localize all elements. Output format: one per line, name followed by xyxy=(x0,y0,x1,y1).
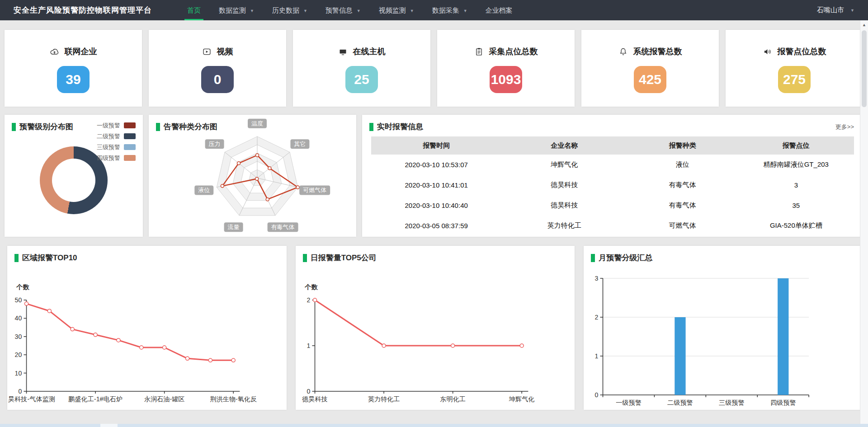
more-link[interactable]: 更多>> xyxy=(835,123,854,131)
svg-text:个数: 个数 xyxy=(304,283,318,291)
charts-row-top: 预警级别分布图 一级预警二级预警三级预警四级预警 告警种类分布图 温度其它可燃气… xyxy=(5,115,863,237)
table-cell: 有毒气体 xyxy=(627,201,738,210)
nav-item-7[interactable]: 企业档案 xyxy=(476,0,522,20)
navbar: 安全生产风险预警防控物联网管理平台 首页数据监测▼历史数据▼预警信息▼视频监测▼… xyxy=(0,0,868,20)
panel-title: 实时报警信息 xyxy=(369,122,423,132)
table-cell: 2020-03-10 10:40:40 xyxy=(371,202,501,209)
panel-title: 月预警分级汇总 xyxy=(591,253,652,263)
svg-text:一级预警: 一级预警 xyxy=(616,399,642,406)
alarm-table-body: 2020-03-10 10:53:07坤辉气化液位精醇南罐液位GT_203202… xyxy=(362,155,863,236)
table-cell: 德昊科技 xyxy=(501,201,627,210)
svg-text:二级预警: 二级预警 xyxy=(667,399,693,406)
stat-value-badge: 275 xyxy=(778,66,811,93)
panel-title-text: 区域报警TOP10 xyxy=(22,253,77,263)
nav-item-2[interactable]: 数据监测▼ xyxy=(210,0,263,20)
svg-text:0: 0 xyxy=(19,388,22,395)
nav-item-4[interactable]: 预警信息▼ xyxy=(316,0,370,20)
daily-alarm-top5-chart[interactable]: 个数012德昊科技英力特化工东明化工坤辉气化 xyxy=(296,267,575,410)
panel-daily-alarm-top5: 日报警量TOP5公司 个数012德昊科技英力特化工东明化工坤辉气化 xyxy=(296,246,575,410)
nav-item-label: 首页 xyxy=(187,6,201,14)
stat-card-5: 系统报警总数425 xyxy=(581,30,719,107)
stat-value-badge: 1093 xyxy=(490,66,522,93)
panel-warning-level-distribution: 预警级别分布图 一级预警二级预警三级预警四级预警 xyxy=(5,115,143,237)
nav-item-3[interactable]: 历史数据▼ xyxy=(263,0,316,20)
legend-swatch xyxy=(124,155,136,161)
panel-title: 日报警量TOP5公司 xyxy=(303,253,377,263)
legend-swatch xyxy=(124,133,136,139)
green-bar-icon xyxy=(369,123,373,131)
table-row: 2020-03-05 08:37:59英力特化工可燃气体GIA-520单体贮槽 xyxy=(371,216,854,236)
clipboard-icon xyxy=(474,47,484,56)
green-bar-icon xyxy=(156,123,160,131)
table-cell: 2020-03-05 08:37:59 xyxy=(371,222,501,230)
svg-text:流量: 流量 xyxy=(228,224,240,230)
stat-card-label: 采集点位总数 xyxy=(489,46,538,57)
table-cell: 3 xyxy=(738,181,854,189)
panel-title-text: 日报警量TOP5公司 xyxy=(311,253,377,263)
panel-title-text: 预警级别分布图 xyxy=(19,122,73,132)
radar-axis-label: 压力 xyxy=(205,139,224,149)
nav-item-label: 数据监测 xyxy=(219,6,246,14)
svg-text:1: 1 xyxy=(307,342,310,349)
svg-text:50: 50 xyxy=(15,296,22,304)
stat-card-head: 系统报警总数 xyxy=(581,46,719,57)
svg-text:鹏盛化工-1#电石炉: 鹏盛化工-1#电石炉 xyxy=(68,395,123,403)
alarm-type-radar-chart[interactable]: 温度其它可燃气体有毒气体流量液位压力 xyxy=(149,115,356,237)
svg-text:坤辉气化: 坤辉气化 xyxy=(509,395,535,403)
monthly-warning-bar-chart[interactable]: 0123一级预警二级预警三级预警四级预警 xyxy=(584,267,863,410)
stat-card-label: 系统报警总数 xyxy=(633,46,682,57)
radar-axis-label: 液位 xyxy=(194,185,213,195)
legend-item-2[interactable]: 二级预警 xyxy=(97,132,136,141)
svg-text:压力: 压力 xyxy=(209,141,221,147)
horizontal-scrollbar-thumb[interactable] xyxy=(100,424,118,427)
region-alarm-top10-chart[interactable]: 个数01020304050昊科技-气体监测鹏盛化工-1#电石炉永润石油-罐区荆洪… xyxy=(7,267,287,410)
svg-text:2: 2 xyxy=(595,314,599,321)
nav-item-label: 历史数据 xyxy=(272,6,299,14)
table-header-cell: 报警时间 xyxy=(371,141,501,150)
stat-card-6: 报警点位总数275 xyxy=(726,30,863,107)
chevron-down-icon: ▼ xyxy=(357,1,361,21)
svg-text:30: 30 xyxy=(15,333,22,340)
svg-text:昊科技-气体监测: 昊科技-气体监测 xyxy=(8,395,55,403)
nav-item-6[interactable]: 数据采集▼ xyxy=(423,0,476,20)
cloud-upload-icon xyxy=(50,47,59,56)
svg-text:20: 20 xyxy=(15,351,22,358)
stat-cards-row: 联网企业39视频0在线主机25采集点位总数1093系统报警总数425报警点位总数… xyxy=(5,30,863,107)
monitor-icon xyxy=(338,47,348,56)
app-title: 安全生产风险预警防控物联网管理平台 xyxy=(14,5,152,15)
table-header-cell: 企业名称 xyxy=(501,141,627,150)
svg-text:3: 3 xyxy=(595,275,599,282)
nav-item-5[interactable]: 视频监测▼ xyxy=(370,0,423,20)
table-cell: 液位 xyxy=(627,160,738,169)
svg-text:英力特化工: 英力特化工 xyxy=(368,395,400,403)
bell-icon xyxy=(618,47,628,56)
svg-text:2: 2 xyxy=(307,296,310,304)
vertical-scrollbar[interactable]: ▲ xyxy=(860,20,868,424)
legend-item-3[interactable]: 三级预警 xyxy=(97,143,136,151)
stat-card-head: 在线主机 xyxy=(293,46,430,57)
table-cell: 精醇南罐液位GT_203 xyxy=(738,160,854,169)
stat-card-3: 在线主机25 xyxy=(293,30,430,107)
legend-label: 二级预警 xyxy=(97,132,120,141)
region-selector[interactable]: 石嘴山市 ▼ xyxy=(817,6,854,14)
svg-text:荆洪生物-氧化反: 荆洪生物-氧化反 xyxy=(210,395,257,403)
horizontal-scrollbar[interactable] xyxy=(0,424,868,427)
svg-text:个数: 个数 xyxy=(16,283,29,291)
radar-axis-label: 温度 xyxy=(248,119,267,128)
legend-item-4[interactable]: 四级预警 xyxy=(97,154,136,162)
svg-text:有毒气体: 有毒气体 xyxy=(271,224,295,230)
table-row: 2020-03-10 10:53:07坤辉气化液位精醇南罐液位GT_203 xyxy=(371,155,854,175)
table-header-cell: 报警种类 xyxy=(627,141,738,150)
nav-item-1[interactable]: 首页 xyxy=(178,0,210,20)
scroll-up-arrow-icon[interactable]: ▲ xyxy=(860,20,868,27)
svg-text:温度: 温度 xyxy=(251,120,263,127)
vertical-scrollbar-thumb[interactable] xyxy=(862,30,867,107)
svg-text:10: 10 xyxy=(15,370,22,377)
legend-item-1[interactable]: 一级预警 xyxy=(97,121,136,130)
chevron-down-icon: ▼ xyxy=(250,1,254,21)
table-cell: 可燃气体 xyxy=(627,221,738,230)
legend-swatch xyxy=(124,122,136,128)
table-cell: 坤辉气化 xyxy=(501,160,627,169)
green-bar-icon xyxy=(591,254,595,262)
panel-title-text: 月预警分级汇总 xyxy=(599,253,652,263)
